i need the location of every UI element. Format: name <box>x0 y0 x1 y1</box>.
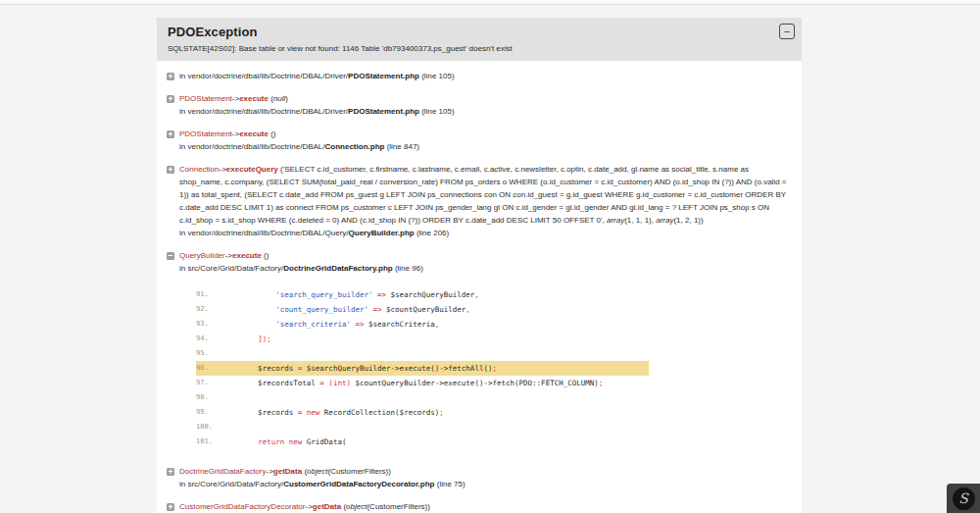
code-token <box>222 305 275 314</box>
trace-method-name: getData <box>273 467 302 476</box>
code-token <box>222 320 275 329</box>
trace-call: CustomerGridDataFactoryDecorator->getDat… <box>179 500 792 513</box>
code-token: = (int) <box>319 379 351 387</box>
trace-location: in src/Core/Grid/Data/Factory/DoctrineGr… <box>179 262 792 275</box>
trace-location: in vendor/doctrine/dbal/lib/Doctrine/DBA… <box>179 227 792 239</box>
trace-args: (object(CustomerFilters)) <box>343 502 429 511</box>
code-text: $records = $searchQueryBuilder->execute(… <box>222 361 497 376</box>
code-text: 'count_query_builder' => $countQueryBuil… <box>222 302 470 317</box>
code-text: $records = new RecordCollection($records… <box>222 405 444 420</box>
symfony-toolbar-toggler[interactable]: S <box>947 484 980 513</box>
trace-file-name: CustomerGridDataFactoryDecorator.php <box>283 480 434 488</box>
line-number: 97. <box>196 376 222 390</box>
trace-location: in vendor/doctrine/dbal/lib/Doctrine/DBA… <box>179 140 792 153</box>
code-token: $countQueryBuilder <box>386 305 466 314</box>
trace-class-name: QueryBuilder <box>179 251 225 260</box>
trace-method-name: execute <box>239 129 269 138</box>
code-token: ; <box>492 364 497 373</box>
exception-header: − PDOException SQLSTATE[42S02]: Base tab… <box>157 18 802 61</box>
code-token: 'count_query_builder' <box>275 305 368 314</box>
line-number: 101. <box>196 435 222 449</box>
line-number: 100. <box>196 420 222 435</box>
line-number: 95. <box>196 346 222 361</box>
trace-file-name: DoctrineGridDataFactory.php <box>283 264 392 273</box>
trace-entry: +CustomerGridDataFactoryDecorator->getDa… <box>167 500 792 513</box>
code-line: 97. $recordsTotal = (int) $countQueryBui… <box>196 376 649 390</box>
trace-method-name: getData <box>313 502 341 511</box>
expand-toggle-icon[interactable]: + <box>167 73 174 80</box>
code-line: 98. <box>196 390 649 405</box>
trace-entry: +PDOStatement->execute (null)in vendor/d… <box>167 92 792 118</box>
code-token: , <box>466 305 470 314</box>
code-token: ]); <box>258 334 271 343</box>
collapse-exception-button[interactable]: − <box>779 24 795 39</box>
exception-panel: − PDOException SQLSTATE[42S02]: Base tab… <box>157 18 802 513</box>
trace-args: (null) <box>270 94 288 103</box>
symfony-logo-icon: S <box>953 487 975 510</box>
code-token: , <box>435 320 440 329</box>
trace-args: () <box>264 251 269 260</box>
trace-location: in vendor/doctrine/dbal/lib/Doctrine/DBA… <box>179 105 792 118</box>
trace-class-name: PDOStatement <box>179 129 232 138</box>
collapse-toggle-icon[interactable]: − <box>167 252 174 260</box>
code-token <box>222 290 275 299</box>
trace-file-name: Connection.php <box>325 142 385 151</box>
code-token: ; <box>439 408 444 417</box>
trace-call: Connection->executeQuery ('SELECT c.id_c… <box>179 163 792 227</box>
code-token: ; <box>599 379 604 387</box>
code-token: $searchQueryBuilder <box>391 290 475 299</box>
trace-call: DoctrineGridDataFactory->getData (object… <box>179 465 792 478</box>
code-token: 'search_query_builder' <box>275 290 372 299</box>
code-line: 95. <box>196 346 649 361</box>
trace-file-name: PDOStatement.php <box>348 107 419 116</box>
trace-call: QueryBuilder->execute () <box>179 249 792 262</box>
method-arrow: -> <box>225 251 232 260</box>
line-number: 96. <box>196 361 222 376</box>
line-number: 99. <box>196 405 222 420</box>
code-line: 94. ]); <box>196 332 649 346</box>
trace-location: in vendor/doctrine/dbal/lib/Doctrine/DBA… <box>179 70 792 82</box>
code-line: 92. 'count_query_builder' => $countQuery… <box>196 302 649 317</box>
trace-class-name: CustomerGridDataFactoryDecorator <box>179 502 305 511</box>
trace-location: in src/Core/Grid/Data/Factory/CustomerGr… <box>179 478 792 490</box>
expand-toggle-icon[interactable]: + <box>167 166 174 174</box>
code-token: , <box>474 290 479 299</box>
trace-entry: +DoctrineGridDataFactory->getData (objec… <box>167 465 792 490</box>
trace-class-name: Connection <box>179 165 219 174</box>
trace-entry: +Connection->executeQuery ('SELECT c.id_… <box>167 163 792 239</box>
code-text: ]); <box>222 332 271 346</box>
code-token: => <box>373 290 391 299</box>
trace-args: ('SELECT c.id_customer, c.firstname, c.l… <box>179 165 787 225</box>
code-text: 'search_criteria' => $searchCriteria, <box>222 317 439 332</box>
code-line: 100. <box>196 420 649 435</box>
line-number: 98. <box>196 390 222 405</box>
code-line: 101. return new GridData( <box>196 435 649 449</box>
exception-title: PDOException <box>168 25 792 39</box>
expand-toggle-icon[interactable]: + <box>167 95 174 103</box>
code-excerpt: 91. 'search_query_builder' => $searchQue… <box>196 287 649 449</box>
code-token: => <box>351 320 368 329</box>
code-token: $countQueryBuilder->execute()->fetch(PDO… <box>351 379 599 387</box>
trace-args: (object(CustomerFilters)) <box>304 467 390 476</box>
code-token: = <box>298 364 307 373</box>
code-text: return new GridData( <box>222 435 346 449</box>
code-token: $searchQueryBuilder->execute()->fetchAll… <box>307 364 493 373</box>
trace-method-name: execute <box>239 94 269 103</box>
code-token: 'search_criteria' <box>275 320 351 329</box>
code-token: => <box>368 305 386 314</box>
trace-entry: +PDOStatement->execute ()in vendor/doctr… <box>167 128 792 153</box>
trace-class-name: PDOStatement <box>179 94 232 103</box>
trace-entry: +in vendor/doctrine/dbal/lib/Doctrine/DB… <box>167 70 792 82</box>
trace-class-name: DoctrineGridDataFactory <box>179 467 266 476</box>
trace-method-name: execute <box>232 251 262 260</box>
exception-message: SQLSTATE[42S02]: Base table or view not … <box>168 44 792 53</box>
expand-toggle-icon[interactable]: + <box>167 130 174 138</box>
trace-file-name: PDOStatement.php <box>348 72 419 80</box>
code-text: 'search_query_builder' => $searchQueryBu… <box>222 287 479 302</box>
line-number: 93. <box>196 317 222 332</box>
code-token: $searchCriteria <box>368 320 435 329</box>
expand-toggle-icon[interactable]: + <box>167 503 174 511</box>
line-number: 94. <box>196 332 222 346</box>
highlighted-code-line: 96. $records = $searchQueryBuilder->exec… <box>196 361 649 376</box>
expand-toggle-icon[interactable]: + <box>167 468 174 476</box>
